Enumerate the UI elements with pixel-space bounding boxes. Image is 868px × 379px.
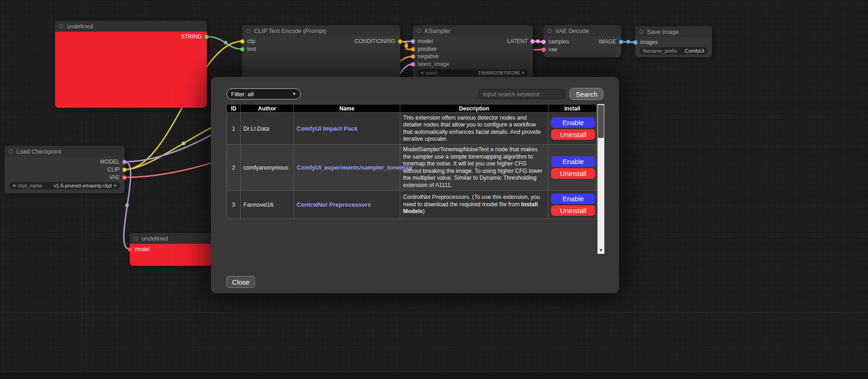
wire-dot	[182, 142, 185, 145]
collapse-dot-icon[interactable]	[134, 236, 138, 241]
string-output-pin[interactable]	[205, 35, 209, 39]
filename-prefix-label: filename_prefix	[643, 48, 677, 54]
extension-description: ControlNet Preprocessors. (To use this e…	[400, 191, 548, 219]
vae-input-pin[interactable]	[542, 48, 546, 52]
filter-select[interactable]: Filter: all ▼	[227, 88, 301, 99]
node-title-bar[interactable]: CLIP Text Encode (Prompt)	[242, 25, 400, 36]
extension-description: This extension offers various detector n…	[400, 113, 548, 145]
node-undefined-top[interactable]: undefined STRING	[55, 21, 207, 108]
extension-name-link[interactable]: ControlNet Preprocessors	[297, 201, 371, 208]
previous-arrow-icon[interactable]: ◀	[12, 184, 15, 187]
input-model: model	[128, 246, 150, 253]
seed-widget[interactable]: ◀ seed 156680208700286 ▶	[417, 69, 528, 77]
output-model: MODEL	[100, 159, 127, 165]
clip-input-pin[interactable]	[240, 39, 244, 44]
node-title-bar[interactable]: Load Checkpoint	[5, 146, 125, 157]
filename-prefix-value: ComfyUI	[685, 48, 704, 54]
node-title-bar[interactable]: VAE Decode	[543, 25, 621, 36]
samples-input-pin[interactable]	[542, 40, 546, 44]
input-latent-image: latent_image	[411, 61, 449, 67]
extension-id: 1	[227, 113, 241, 145]
node-title: CLIP Text Encode (Prompt)	[254, 27, 326, 34]
latent-output-pin[interactable]	[531, 39, 535, 44]
latent-image-input-pin[interactable]	[411, 62, 415, 66]
images-input-pin[interactable]	[633, 40, 637, 44]
install-custom-nodes-dialog: Filter: all ▼ Search ID Author Name Des	[211, 77, 619, 293]
scrollbar-down-arrow-icon[interactable]: ▼	[597, 247, 604, 253]
wire-string-to-text	[207, 37, 242, 49]
uninstall-button[interactable]: Uninstall	[551, 168, 595, 179]
output-image: IMAGE	[598, 38, 623, 45]
node-load-checkpoint[interactable]: Load Checkpoint MODEL CLIP VAE ◀ ckpt_na…	[5, 146, 125, 193]
header-id: ID	[227, 104, 241, 113]
image-output-pin[interactable]	[619, 40, 623, 44]
search-group: Search	[479, 88, 603, 100]
node-title: Load Checkpoint	[17, 148, 61, 155]
collapse-dot-icon[interactable]	[246, 29, 250, 33]
header-install: Install	[548, 104, 597, 113]
table-row: 2 comfyanonymous ComfyUI_experiments/sam…	[227, 145, 597, 191]
uninstall-button[interactable]: Uninstall	[551, 129, 595, 140]
enable-button[interactable]: Enable	[551, 117, 595, 128]
node-title-bar[interactable]: Save Image	[635, 26, 712, 37]
next-arrow-icon[interactable]: ▶	[114, 184, 117, 187]
node-title: undefined	[67, 23, 93, 30]
collapse-dot-icon[interactable]	[547, 29, 552, 33]
table-header-row: ID Author Name Description Install	[227, 104, 597, 113]
filename-prefix-widget[interactable]: filename_prefix ComfyUI	[640, 47, 708, 55]
ckpt-name-widget[interactable]: ◀ ckpt_name v1-5-pruned-emaonly.ckpt ▶	[9, 182, 120, 189]
node-title-bar[interactable]: undefined	[55, 21, 207, 32]
text-input-pin[interactable]	[240, 47, 244, 51]
node-save-image[interactable]: Save Image images filename_prefix ComfyU…	[635, 26, 712, 57]
output-conditioning: CONDITIONING	[354, 38, 402, 44]
output-clip: CLIP	[107, 166, 127, 173]
close-button[interactable]: Close	[227, 276, 255, 288]
collapse-dot-icon[interactable]	[417, 29, 421, 33]
model-input-pin[interactable]	[128, 247, 132, 252]
node-graph-canvas[interactable]: undefined STRING CLIP Text Encode (Promp…	[0, 0, 868, 379]
node-title: undefined	[142, 235, 168, 242]
node-title-bar[interactable]: KSampler	[413, 25, 533, 36]
wire-dot	[404, 44, 408, 48]
search-button[interactable]: Search	[569, 88, 603, 100]
input-images: images	[633, 39, 658, 45]
wire-dot	[125, 203, 129, 207]
extension-name-link[interactable]: ComfyUI Impact Pack	[297, 125, 358, 132]
extension-name-link[interactable]: ComfyUI_experiments/sampler_tonemap	[297, 164, 412, 171]
input-positive: positive	[411, 46, 437, 52]
extension-id: 2	[227, 145, 241, 191]
positive-input-pin[interactable]	[411, 47, 415, 51]
search-input[interactable]	[479, 89, 565, 99]
increment-arrow-icon[interactable]: ▶	[522, 71, 525, 75]
collapse-dot-icon[interactable]	[9, 149, 13, 154]
enable-button[interactable]: Enable	[551, 156, 595, 167]
filter-select-value: Filter: all	[231, 91, 254, 98]
enable-button[interactable]: Enable	[551, 193, 595, 204]
canvas-origin-horizontal-line	[0, 312, 868, 313]
scrollbar-thumb[interactable]	[598, 105, 604, 138]
node-vae-decode[interactable]: VAE Decode samples vae IMAGE	[543, 25, 621, 57]
table-row: 3 Fannovel16 ControlNet Preprocessors Co…	[227, 191, 597, 219]
vae-output-pin[interactable]	[122, 176, 127, 180]
output-string: STRING	[181, 33, 209, 40]
node-title: VAE Decode	[555, 27, 589, 34]
collapse-dot-icon[interactable]	[639, 30, 643, 34]
ckpt-name-value: v1-5-pruned-emaonly.ckpt	[54, 183, 112, 188]
wire-dot	[626, 40, 630, 44]
header-author: Author	[241, 104, 294, 113]
header-name: Name	[294, 104, 400, 113]
input-clip: clip	[240, 38, 255, 44]
collapse-dot-icon[interactable]	[59, 24, 63, 28]
extension-author: Dr.Lt.Data	[241, 113, 294, 145]
input-vae: vae	[542, 46, 557, 53]
model-output-pin[interactable]	[122, 160, 127, 164]
node-title: KSampler	[425, 27, 451, 34]
conditioning-output-pin[interactable]	[398, 39, 402, 44]
negative-input-pin[interactable]	[411, 55, 415, 59]
model-input-pin[interactable]	[411, 39, 415, 44]
decrement-arrow-icon[interactable]: ◀	[420, 71, 423, 75]
uninstall-button[interactable]: Uninstall	[551, 205, 595, 216]
ckpt-name-label: ckpt_name	[17, 183, 42, 188]
clip-output-pin[interactable]	[122, 168, 127, 172]
table-scrollbar[interactable]: ▼	[597, 104, 604, 254]
